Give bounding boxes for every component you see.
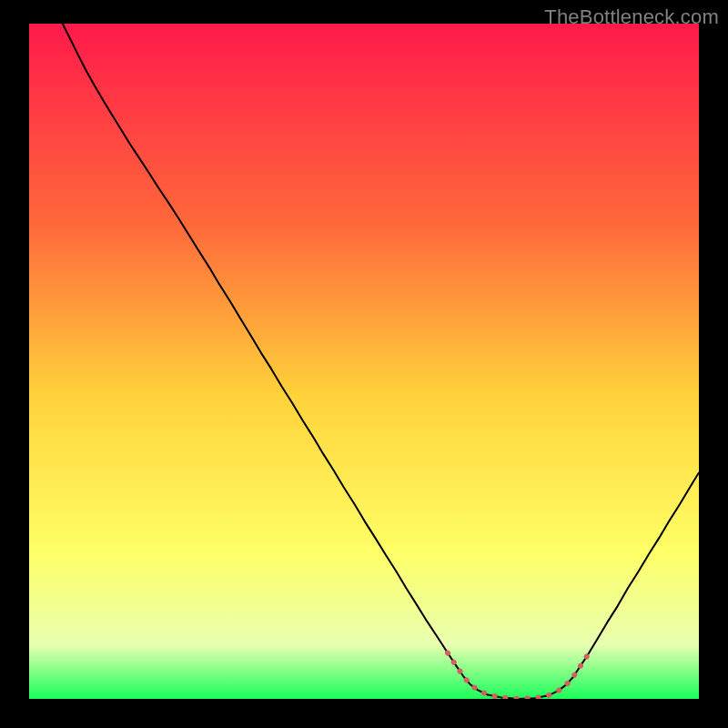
chart-container: TheBottleneck.com <box>0 0 728 728</box>
gradient-background <box>29 24 699 699</box>
chart-svg <box>29 24 699 699</box>
plot-area <box>29 24 699 699</box>
